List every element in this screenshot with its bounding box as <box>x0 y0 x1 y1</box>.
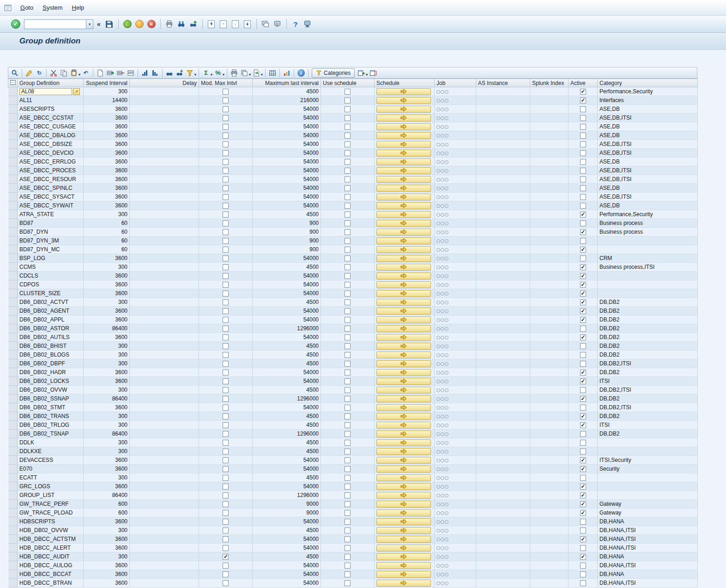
schedule-button[interactable] <box>376 571 431 578</box>
row-selector[interactable] <box>8 219 18 228</box>
category-cell[interactable]: DB,DB2 <box>598 412 698 421</box>
mod-max-checkbox[interactable] <box>223 563 229 569</box>
as-instance-cell[interactable] <box>476 500 530 509</box>
delay-cell[interactable] <box>130 500 199 509</box>
group-definition-cell[interactable]: HDB_DBCC_BCCAT ↗ <box>18 570 84 579</box>
group-definition-cell[interactable]: DB6_DB02_AUTILS ↗ <box>18 333 84 342</box>
use-schedule-checkbox[interactable] <box>345 133 351 139</box>
group-definition-cell[interactable]: ASE_DBCC_PROCES ↗ <box>18 166 84 175</box>
copy-icon[interactable] <box>59 68 68 78</box>
maximum-last-interval-cell[interactable]: 4500 <box>253 552 321 561</box>
row-selector[interactable] <box>8 193 18 201</box>
suspend-interval-cell[interactable]: 60 <box>84 228 130 236</box>
row-selector[interactable] <box>8 114 18 122</box>
as-instance-cell[interactable] <box>476 158 530 166</box>
row-selector[interactable] <box>8 421 18 430</box>
row-selector[interactable] <box>8 526 18 535</box>
mod-max-checkbox[interactable] <box>223 466 229 472</box>
active-checkbox[interactable] <box>580 396 586 402</box>
schedule-button[interactable] <box>376 369 431 376</box>
suspend-interval-cell[interactable]: 14400 <box>84 96 130 105</box>
active-checkbox[interactable] <box>580 475 586 481</box>
use-schedule-checkbox[interactable] <box>345 106 351 112</box>
use-schedule-checkbox[interactable] <box>345 150 351 156</box>
schedule-button[interactable] <box>376 141 431 148</box>
as-instance-cell[interactable] <box>476 421 530 430</box>
mod-max-checkbox[interactable] <box>223 282 229 288</box>
group-definition-cell[interactable]: HDB_DBCC_AUDIT ↗ <box>18 552 84 561</box>
row-selector[interactable] <box>8 465 18 473</box>
job-icon[interactable] <box>436 178 448 182</box>
as-instance-cell[interactable] <box>476 509 530 517</box>
category-cell[interactable]: Business process <box>598 228 698 236</box>
row-selector[interactable] <box>8 263 18 272</box>
category-cell[interactable]: ITSI <box>598 377 698 386</box>
use-schedule-checkbox[interactable] <box>345 457 351 463</box>
display-change-icon[interactable] <box>24 68 34 78</box>
as-instance-cell[interactable] <box>476 245 530 254</box>
delay-cell[interactable] <box>130 122 199 131</box>
mod-max-checkbox[interactable] <box>223 203 229 209</box>
job-icon[interactable] <box>436 362 448 366</box>
row-selector[interactable] <box>8 289 18 298</box>
as-instance-cell[interactable] <box>476 324 530 333</box>
suspend-interval-cell[interactable]: 3600 <box>84 579 130 588</box>
as-instance-cell[interactable] <box>476 377 530 386</box>
mod-max-checkbox[interactable] <box>223 291 229 297</box>
active-checkbox[interactable] <box>580 563 586 569</box>
suspend-interval-cell[interactable]: 3600 <box>84 272 130 280</box>
maximum-last-interval-cell[interactable]: 54000 <box>253 114 321 122</box>
use-schedule-checkbox[interactable] <box>345 141 351 147</box>
category-cell[interactable]: Performance,Security <box>598 87 698 96</box>
schedule-button[interactable] <box>376 88 431 95</box>
suspend-interval-cell[interactable]: 300 <box>84 526 130 535</box>
delay-cell[interactable] <box>130 473 199 482</box>
job-icon[interactable] <box>436 257 448 261</box>
use-schedule-checkbox[interactable] <box>345 536 351 542</box>
job-icon[interactable] <box>436 494 448 497</box>
delay-cell[interactable] <box>130 193 199 201</box>
maximum-last-interval-cell[interactable]: 1296000 <box>253 324 321 333</box>
maximum-last-interval-cell[interactable]: 54000 <box>253 193 321 201</box>
job-icon[interactable] <box>436 432 448 436</box>
maximum-last-interval-cell[interactable]: 900 <box>253 228 321 236</box>
splunk-index-cell[interactable] <box>530 438 569 447</box>
suspend-interval-cell[interactable]: 3600 <box>84 315 130 324</box>
maximum-last-interval-cell[interactable]: 54000 <box>253 377 321 386</box>
use-schedule-checkbox[interactable] <box>345 203 351 209</box>
active-checkbox[interactable] <box>580 440 586 446</box>
maximum-last-interval-cell[interactable]: 54000 <box>253 131 321 140</box>
mod-max-checkbox[interactable] <box>223 519 229 525</box>
splunk-index-cell[interactable] <box>530 526 569 535</box>
views-icon[interactable] <box>240 68 249 78</box>
splunk-index-cell[interactable] <box>530 368 569 377</box>
active-checkbox[interactable] <box>580 317 586 323</box>
maximum-last-interval-cell[interactable]: 4500 <box>253 473 321 482</box>
col-schedule[interactable]: Schedule <box>375 79 435 87</box>
paste-dropdown-icon[interactable]: ▾ <box>79 73 80 78</box>
as-instance-cell[interactable] <box>476 561 530 570</box>
delay-cell[interactable] <box>130 184 199 193</box>
delay-cell[interactable] <box>130 552 199 561</box>
use-schedule-checkbox[interactable] <box>345 449 351 455</box>
col-active[interactable]: Active <box>569 79 598 87</box>
category-cell[interactable]: ASE,DB,ITSI <box>598 166 698 175</box>
group-definition-cell[interactable]: BD87_DYN ↗ <box>18 228 84 236</box>
splunk-index-cell[interactable] <box>530 166 569 175</box>
mod-max-checkbox[interactable] <box>223 159 229 165</box>
job-icon[interactable] <box>436 125 448 129</box>
use-schedule-checkbox[interactable] <box>345 247 351 253</box>
schedule-button[interactable] <box>376 106 431 113</box>
as-instance-cell[interactable] <box>476 526 530 535</box>
active-checkbox[interactable] <box>580 133 586 139</box>
use-schedule-checkbox[interactable] <box>345 194 351 200</box>
first-page-icon[interactable]: ↟ <box>206 19 217 29</box>
use-schedule-checkbox[interactable] <box>345 317 351 323</box>
as-instance-cell[interactable] <box>476 272 530 280</box>
mod-max-checkbox[interactable] <box>223 484 229 490</box>
category-cell[interactable]: Interfaces <box>598 96 698 105</box>
row-selector[interactable] <box>8 500 18 509</box>
row-selector[interactable] <box>8 561 18 570</box>
command-dropdown-icon[interactable]: ▾ <box>86 20 93 29</box>
as-instance-cell[interactable] <box>476 438 530 447</box>
